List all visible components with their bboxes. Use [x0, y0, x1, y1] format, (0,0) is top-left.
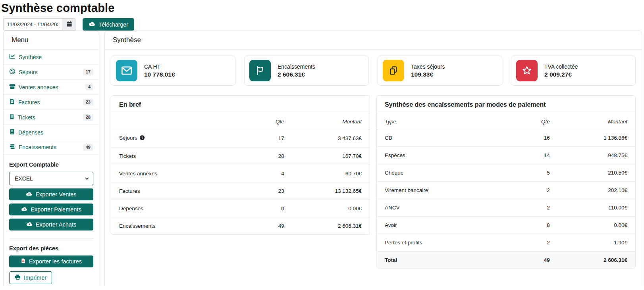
sidebar-badge-encaissements: 49 [83, 144, 93, 151]
stat-card-taxes-sejours: Taxes séjours 109.33€ [378, 56, 502, 86]
table-row: Chèque 5 210.50€ [377, 164, 635, 182]
amount-column-header: Montant [558, 114, 635, 129]
export-achats-button[interactable]: Exporter Achats [9, 219, 93, 230]
coins-icon [9, 144, 15, 151]
table-row: Avoir 8 0.00€ [377, 217, 635, 234]
sidebar-item-label: Tickets [18, 114, 35, 121]
sidebar-item-label: Séjours [19, 69, 37, 75]
store-icon [9, 83, 15, 91]
payments-card: Synthèse des encaissements par modes de … [376, 95, 636, 269]
sidebar-menu: Synthèse Séjours 17 Ventes annexes 4 [4, 50, 99, 155]
stat-label: TVA collectée [544, 63, 578, 70]
export-achats-label: Exporter Achats [36, 221, 76, 228]
envelope-icon [116, 60, 137, 81]
cloud-download-icon [26, 221, 33, 228]
stat-value: 2 009.27€ [544, 71, 578, 78]
export-pieces-heading: Export des pièces [9, 245, 93, 252]
sidebar: Menu Synthèse Séjours 17 [3, 31, 99, 286]
sidebar-badge-tickets: 28 [83, 114, 93, 121]
main-body: CA HT 10 778.01€ Encaissements 2 606.31€ [105, 50, 642, 275]
stat-card-tva-collectee: TVA collectée 2 009.27€ [511, 56, 636, 86]
sidebar-badge-sejours: 17 [83, 69, 93, 75]
sidebar-item-label: Synthèse [19, 54, 42, 60]
file-invoice-icon [9, 98, 15, 106]
export-paiements-button[interactable]: Exporter Paiements [9, 204, 93, 215]
sidebar-divider [9, 238, 93, 238]
export-ventes-button[interactable]: Exporter Ventes [9, 188, 93, 200]
star-icon [516, 60, 538, 81]
stat-card-encaissements: Encaissements 2 606.31€ [244, 56, 369, 86]
cloud-download-icon [89, 21, 95, 28]
chart-line-icon [9, 53, 15, 61]
table-row: Factures 23 13 132.65€ [111, 182, 370, 200]
sidebar-item-label: Factures [18, 99, 40, 106]
sidebar-item-tickets[interactable]: Tickets 28 [4, 110, 99, 125]
stat-value: 10 778.01€ [144, 71, 175, 78]
content-area: Menu Synthèse Séjours 17 [0, 31, 644, 286]
file-pdf-icon [21, 258, 26, 265]
info-icon[interactable] [139, 135, 145, 142]
export-factures-label: Exporter les factures [29, 258, 82, 265]
receipt-icon [9, 113, 15, 121]
main-panel: Synthèse CA HT 10 778.01€ [104, 31, 642, 286]
book-icon [9, 129, 15, 136]
sidebar-badge-ventes-annexes: 4 [85, 84, 93, 90]
table-row: Dépenses 0 0.00€ [111, 200, 370, 217]
cloud-download-icon [21, 206, 27, 213]
en-bref-card: En bref Qté Montant [111, 95, 370, 235]
sidebar-badge-factures: 23 [83, 99, 93, 106]
stat-value: 109.33€ [411, 71, 445, 78]
amount-column-header: Montant [292, 114, 370, 129]
export-comptable-heading: Export Comptable [9, 161, 93, 168]
tables-row: En bref Qté Montant [111, 95, 636, 269]
cloud-download-icon [26, 191, 32, 198]
export-format-select[interactable]: EXCEL [9, 172, 93, 185]
sidebar-menu-title: Menu [4, 31, 99, 50]
sidebar-item-label: Dépenses [18, 129, 43, 136]
print-button-label: Imprimer [24, 275, 46, 281]
date-range-input[interactable] [3, 18, 62, 31]
sidebar-item-ventes-annexes[interactable]: Ventes annexes 4 [4, 80, 99, 95]
export-paiements-label: Exporter Paiements [31, 206, 81, 213]
stat-card-ca-ht: CA HT 10 778.01€ [111, 56, 235, 86]
payments-title: Synthèse des encaissements par modes de … [377, 96, 635, 114]
table-row: Encaissements 49 2 606.31€ [111, 217, 370, 235]
printer-icon [15, 274, 21, 281]
main-panel-title: Synthèse [105, 31, 642, 50]
qty-column-header: Qté [235, 114, 292, 129]
sidebar-item-synthese[interactable]: Synthèse [4, 50, 99, 65]
stats-row: CA HT 10 778.01€ Encaissements 2 606.31€ [111, 56, 636, 86]
calendar-button[interactable] [62, 18, 76, 31]
calendar-icon [66, 21, 72, 28]
table-header-row: Qté Montant [111, 114, 370, 129]
table-row: Espèces 14 948.75€ [377, 147, 635, 164]
date-range-group [3, 18, 76, 31]
table-row: Pertes et profits 2 -1.90€ [377, 234, 635, 252]
table-row: Virement bancaire 2 202.10€ [377, 182, 635, 199]
sidebar-item-factures[interactable]: Factures 23 [4, 95, 99, 110]
sidebar-item-depenses[interactable]: Dépenses [4, 125, 99, 140]
table-row: ANCV 2 110.00€ [377, 199, 635, 217]
table-row: CB 16 1 136.86€ [377, 129, 635, 147]
type-column-header: Type [377, 114, 501, 129]
export-factures-button[interactable]: Exporter les factures [9, 255, 93, 267]
sidebar-item-encaissements[interactable]: Encaissements 49 [4, 140, 99, 155]
stat-label: Taxes séjours [411, 63, 445, 70]
stat-label: CA HT [144, 63, 175, 70]
payments-table: Type Qté Montant CB 16 1 136.86€ [377, 114, 635, 269]
print-button[interactable]: Imprimer [9, 271, 52, 284]
qty-column-header: Qté [501, 114, 557, 129]
app-root: Synthèse comptable Télécharger Menu [0, 0, 644, 290]
download-button[interactable]: Télécharger [83, 18, 134, 31]
stat-value: 2 606.31€ [278, 71, 315, 78]
flag-icon [249, 60, 271, 81]
table-row: Ventes annexes 4 60.70€ [111, 165, 370, 182]
table-row: Séjours 17 3 437.63€ [111, 129, 370, 148]
sidebar-item-label: Encaissements [19, 144, 56, 150]
export-ventes-label: Exporter Ventes [35, 191, 76, 198]
page-title: Synthèse comptable [1, 2, 644, 15]
table-row: Tickets 28 167.70€ [111, 148, 370, 165]
sidebar-item-sejours[interactable]: Séjours 17 [4, 65, 99, 80]
stat-label: Encaissements [278, 63, 315, 70]
toolbar: Télécharger [3, 18, 644, 31]
